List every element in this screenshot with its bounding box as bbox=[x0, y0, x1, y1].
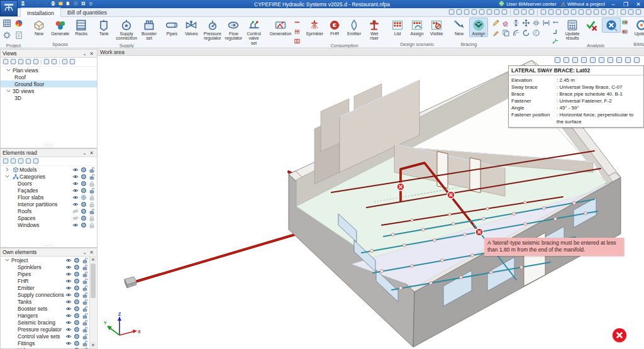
own-elements-row-project[interactable]: Project bbox=[1, 257, 90, 263]
project-resources-button[interactable] bbox=[14, 19, 25, 29]
snap-gear-icon[interactable] bbox=[72, 306, 80, 312]
zoom-prev-icon[interactable] bbox=[479, 9, 485, 16]
export-icon[interactable] bbox=[65, 1, 71, 8]
pan-icon[interactable] bbox=[486, 9, 492, 16]
assign-button[interactable]: Assign bbox=[469, 18, 488, 37]
lock-open-icon[interactable] bbox=[80, 313, 89, 319]
bimserver-user-status[interactable]: User BIMserver.center bbox=[499, 1, 557, 8]
ribbon-collapse-icon[interactable] bbox=[88, 1, 94, 8]
lock-closed-icon[interactable] bbox=[87, 215, 96, 221]
red-grid-h-button[interactable] bbox=[294, 38, 301, 46]
sprinkler-button[interactable]: Sprinkler bbox=[304, 18, 325, 37]
generate-button[interactable]: Generate bbox=[49, 18, 71, 37]
view-show-icon[interactable] bbox=[62, 58, 68, 66]
visibility-icon[interactable] bbox=[625, 57, 631, 65]
snap-gear-icon[interactable] bbox=[72, 347, 80, 349]
visibility-eye-icon[interactable] bbox=[64, 271, 72, 277]
visible-button[interactable]: Visible bbox=[427, 18, 446, 37]
own-elements-row-pipes[interactable]: Pipes bbox=[1, 270, 90, 277]
lock-open-icon[interactable] bbox=[80, 333, 89, 340]
scroll-up-icon[interactable]: ▲ bbox=[90, 256, 96, 262]
box-3d-icon[interactable] bbox=[563, 57, 570, 65]
snap-gear-icon[interactable] bbox=[79, 187, 87, 194]
visibility-eye-icon[interactable] bbox=[64, 319, 72, 326]
update-results-button[interactable]: Update results bbox=[563, 18, 582, 42]
own-elements-row-valves[interactable]: Valves bbox=[1, 346, 90, 349]
lock-open-icon[interactable] bbox=[80, 347, 89, 349]
edit-elbow-button[interactable] bbox=[552, 28, 559, 36]
scrollbar-thumb[interactable] bbox=[91, 263, 96, 298]
view-print-icon[interactable] bbox=[51, 58, 57, 66]
views-collapse-icon[interactable]: ⌄ bbox=[81, 51, 88, 57]
snap-gear-icon[interactable] bbox=[79, 201, 87, 208]
section-red-icon[interactable] bbox=[589, 57, 596, 65]
center-icon[interactable] bbox=[494, 9, 500, 16]
list-button[interactable]: List bbox=[388, 18, 407, 37]
print-icon[interactable] bbox=[50, 1, 56, 8]
scroll-down-icon[interactable]: ▼ bbox=[90, 342, 96, 348]
license-icon[interactable] bbox=[73, 1, 79, 8]
racks-button[interactable]: Racks bbox=[72, 18, 91, 37]
panel-resize-handle[interactable]: ···· bbox=[1, 245, 97, 247]
polyline-icon[interactable] bbox=[578, 9, 584, 16]
visibility-eye-icon[interactable] bbox=[64, 306, 72, 312]
edit-width-button[interactable] bbox=[542, 19, 552, 28]
redo-icon[interactable] bbox=[35, 1, 41, 8]
mid-snap-icon[interactable] bbox=[563, 9, 569, 16]
lock-open-icon[interactable] bbox=[80, 278, 89, 284]
lock-open-icon[interactable] bbox=[80, 340, 89, 346]
visibility-eye-icon[interactable] bbox=[64, 333, 72, 340]
view-copy-icon[interactable] bbox=[18, 58, 24, 66]
view-template-icon[interactable] bbox=[69, 58, 75, 66]
supply-connection-box[interactable] bbox=[125, 277, 136, 288]
snap-gear-icon[interactable] bbox=[72, 319, 80, 326]
view-delete-icon[interactable] bbox=[25, 58, 31, 66]
layout-icon[interactable] bbox=[620, 9, 626, 16]
lock-open-icon[interactable] bbox=[80, 264, 89, 270]
new-button[interactable]: New bbox=[30, 18, 48, 37]
flow-regulator-button[interactable]: Flow regulator bbox=[224, 18, 243, 42]
control-valve-set-button[interactable]: Control valve set bbox=[243, 18, 264, 47]
visibility-eye-icon[interactable] bbox=[64, 326, 72, 333]
exit-tool-button[interactable] bbox=[613, 328, 626, 342]
point-snap-icon[interactable] bbox=[555, 9, 562, 16]
view-tree-item-ground-floor[interactable]: Ground floor bbox=[1, 80, 97, 87]
snap-gear-icon[interactable] bbox=[72, 299, 80, 305]
chevron-down-icon[interactable] bbox=[4, 88, 13, 94]
snap-gear-icon[interactable] bbox=[72, 285, 80, 291]
sphere-icon[interactable] bbox=[635, 9, 641, 16]
wet-riser-button[interactable]: Wet riser bbox=[364, 18, 384, 42]
config-icon[interactable] bbox=[80, 1, 86, 8]
visibility-eye-icon[interactable] bbox=[71, 201, 79, 208]
lock-closed-icon[interactable] bbox=[87, 180, 96, 187]
zoom-extents-icon[interactable] bbox=[471, 9, 477, 16]
lock-open-icon[interactable] bbox=[80, 319, 89, 326]
elements-read-row-floor-slabs[interactable]: Floor slabs bbox=[1, 194, 97, 201]
tab-bill-of-quantities[interactable]: Bill of quantities bbox=[61, 8, 113, 16]
visibility-eye-icon[interactable] bbox=[71, 174, 79, 180]
snap-gear-icon[interactable] bbox=[79, 174, 87, 180]
project-settings-button[interactable] bbox=[3, 31, 13, 41]
own-elements-row-seismic-bracing[interactable]: Seismic bracing bbox=[1, 319, 90, 326]
lock-open-icon[interactable] bbox=[80, 285, 89, 291]
visibility-eye-icon[interactable] bbox=[64, 340, 72, 346]
edit-symmetry-button[interactable] bbox=[532, 29, 541, 38]
view-tree-item-3d-views[interactable]: 3D views bbox=[1, 87, 97, 94]
edit-erase-button[interactable] bbox=[502, 19, 511, 28]
elements-read-row-spaces[interactable]: Spaces bbox=[1, 214, 97, 221]
lock-closed-icon[interactable] bbox=[87, 222, 96, 228]
tree-collapse-icon[interactable] bbox=[3, 158, 9, 165]
edit-branch-button[interactable] bbox=[552, 38, 559, 46]
section-green-icon[interactable] bbox=[598, 57, 605, 65]
visibility-eye-icon[interactable] bbox=[64, 292, 72, 298]
undo-icon[interactable] bbox=[28, 1, 33, 8]
gizmo-icon[interactable] bbox=[580, 57, 587, 65]
own-elements-row-pressure-regulator[interactable]: Pressure regulator bbox=[1, 326, 90, 333]
pipes-button[interactable]: Pipes bbox=[162, 18, 181, 37]
search-icon[interactable] bbox=[43, 1, 48, 8]
render-icon[interactable] bbox=[521, 9, 527, 16]
maximize-button[interactable]: ❐ bbox=[621, 1, 630, 8]
own-elements-collapse-icon[interactable]: ⌄ bbox=[81, 250, 88, 255]
visibility-eye-icon[interactable] bbox=[64, 257, 72, 263]
seismic-warning-marker[interactable] bbox=[397, 183, 404, 191]
